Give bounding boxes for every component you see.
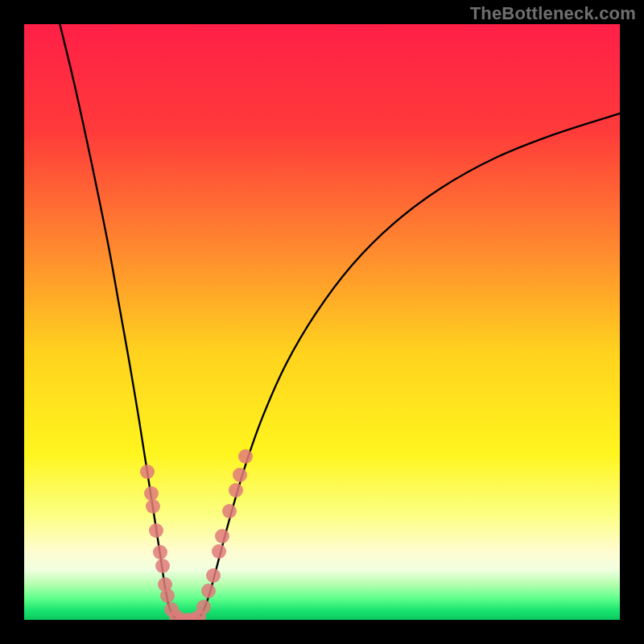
marker-dot bbox=[206, 568, 221, 583]
marker-dot bbox=[201, 584, 216, 598]
marker-dot bbox=[149, 523, 163, 538]
marker-dot bbox=[222, 504, 237, 518]
marker-dot bbox=[238, 449, 253, 464]
marker-dot bbox=[144, 486, 159, 501]
marker-dot bbox=[196, 600, 211, 614]
marker-dot bbox=[140, 464, 155, 479]
marker-dot bbox=[153, 545, 167, 559]
marker-dot bbox=[212, 544, 226, 559]
marker-dot bbox=[233, 468, 247, 482]
watermark-text: TheBottleneck.com bbox=[470, 3, 636, 24]
marker-dot bbox=[160, 588, 175, 603]
marker-dot bbox=[229, 483, 243, 497]
marker-dot bbox=[155, 559, 170, 573]
marker-dot bbox=[146, 499, 160, 514]
outer-frame: TheBottleneck.com bbox=[0, 0, 644, 644]
curve-layer bbox=[24, 24, 620, 620]
marker-dot bbox=[215, 529, 229, 543]
curve-right-branch bbox=[196, 114, 620, 620]
plot-area bbox=[24, 24, 620, 620]
